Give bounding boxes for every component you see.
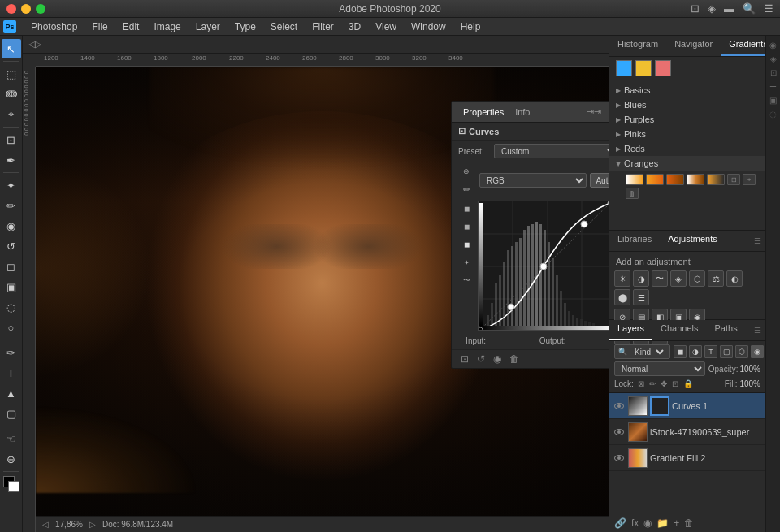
- filter-adj-icon[interactable]: ◑: [689, 345, 702, 358]
- tool-hand[interactable]: ☜: [2, 429, 21, 448]
- tab-info[interactable]: Info: [510, 106, 535, 119]
- side-icon-4[interactable]: ☰: [768, 80, 779, 92]
- tool-clone[interactable]: ◉: [2, 216, 21, 236]
- tool-move[interactable]: ↖: [2, 39, 21, 58]
- adj-brightness[interactable]: ☀: [614, 270, 630, 287]
- tool-history-brush[interactable]: ↺: [2, 236, 21, 256]
- swatch-new-icon[interactable]: +: [743, 174, 756, 185]
- menu-layer[interactable]: Layer: [189, 19, 227, 34]
- tool-pen[interactable]: ✑: [2, 343, 21, 362]
- gradient-group-oranges-header[interactable]: ▶ Oranges: [609, 156, 765, 171]
- curve-eyedropper-white[interactable]: ◼: [458, 236, 474, 253]
- status-prev[interactable]: ◁: [42, 520, 49, 529]
- filter-smart-icon[interactable]: ⬡: [735, 345, 748, 358]
- menu-3d[interactable]: 3D: [342, 19, 367, 34]
- tab-properties[interactable]: Properties: [458, 106, 509, 119]
- auto-button[interactable]: Auto: [590, 173, 609, 188]
- lock-all-icon[interactable]: 🔒: [682, 378, 695, 389]
- curve-tool-pencil[interactable]: ✏: [458, 181, 474, 197]
- layer-search[interactable]: 🔍 Kind: [614, 344, 670, 359]
- search-icon[interactable]: 🔍: [743, 2, 756, 15]
- fill-value[interactable]: 100%: [739, 379, 760, 388]
- swatch-delete-icon[interactable]: 🗑: [626, 188, 639, 199]
- side-icon-5[interactable]: ▣: [768, 94, 779, 106]
- menu-view[interactable]: View: [369, 19, 403, 34]
- tool-crop[interactable]: ⊡: [2, 130, 21, 149]
- layer-vis-gradient[interactable]: [613, 452, 626, 465]
- lock-position-icon[interactable]: ✥: [659, 378, 669, 389]
- curve-point-dark[interactable]: [508, 304, 514, 310]
- tab-navigator[interactable]: Navigator: [666, 36, 721, 56]
- menu-file[interactable]: File: [85, 19, 114, 34]
- curves-graph[interactable]: [478, 201, 609, 331]
- preset-select[interactable]: Custom: [494, 144, 609, 158]
- menu-edit[interactable]: Edit: [116, 19, 146, 34]
- tab-gradients[interactable]: Gradients: [721, 36, 765, 56]
- tab-layers[interactable]: Layers: [609, 320, 652, 340]
- tool-healing[interactable]: ✦: [2, 175, 21, 195]
- tab-paths[interactable]: Paths: [707, 320, 746, 340]
- lock-artboard-icon[interactable]: ⊡: [670, 378, 680, 389]
- curves-btn-visibility[interactable]: ◉: [491, 352, 504, 366]
- tool-magic-wand[interactable]: ⌖: [2, 105, 21, 124]
- tool-brush[interactable]: ✏: [2, 196, 21, 215]
- tool-eyedropper[interactable]: ✒: [2, 150, 21, 170]
- foreground-color[interactable]: [2, 474, 21, 494]
- layers-link-icon[interactable]: 🔗: [614, 517, 626, 529]
- layers-folder-icon[interactable]: 📁: [656, 517, 669, 529]
- tool-shape[interactable]: ▢: [2, 404, 21, 423]
- side-icon-2[interactable]: ◈: [768, 53, 779, 64]
- adj-hue[interactable]: ⬡: [689, 270, 705, 287]
- curve-eyedropper-gray[interactable]: ◼: [458, 218, 474, 235]
- gradient-group-blues-header[interactable]: ▶ Blues: [609, 97, 765, 112]
- tool-zoom[interactable]: ⊕: [2, 449, 21, 469]
- curve-point-light[interactable]: [581, 221, 587, 227]
- layer-vis-photo[interactable]: [613, 426, 626, 439]
- side-icon-1[interactable]: ◉: [768, 39, 779, 50]
- tool-text[interactable]: T: [2, 363, 21, 383]
- orange-swatch-1[interactable]: [626, 174, 644, 185]
- tool-path-selection[interactable]: ▲: [2, 383, 21, 403]
- tab-adjustments[interactable]: Adjustments: [660, 231, 726, 251]
- menu-select[interactable]: Select: [264, 19, 304, 34]
- gradient-group-reds-header[interactable]: ▶ Reds: [609, 141, 765, 156]
- tab-libraries[interactable]: Libraries: [609, 231, 660, 251]
- blend-mode-select[interactable]: Normal: [614, 361, 705, 376]
- tool-marquee[interactable]: ⬚: [2, 64, 21, 84]
- layer-vis-curves1[interactable]: [613, 400, 626, 413]
- menu-window[interactable]: Window: [405, 19, 453, 34]
- curve-sample[interactable]: ✦: [458, 254, 474, 270]
- layers-delete-icon[interactable]: 🗑: [684, 517, 694, 529]
- layers-fx-icon[interactable]: fx: [631, 517, 639, 529]
- tool-gradient[interactable]: ▣: [2, 277, 21, 296]
- curves-btn-reset-channel[interactable]: ↺: [474, 352, 488, 366]
- adj-menu-icon[interactable]: ☰: [753, 236, 762, 246]
- gradient-group-basics-header[interactable]: ▶ Basics: [609, 83, 765, 97]
- tool-lasso[interactable]: ↈ: [2, 84, 21, 104]
- tool-dodge[interactable]: ○: [2, 318, 21, 337]
- tool-blur[interactable]: ◌: [2, 297, 21, 317]
- curve-smooth[interactable]: 〜: [458, 272, 474, 288]
- adj-photofilter[interactable]: ⬤: [614, 289, 630, 305]
- gradient-group-purples-header[interactable]: ▶ Purples: [609, 112, 765, 127]
- adj-colorbalance[interactable]: ⚖: [708, 270, 724, 287]
- opacity-value[interactable]: 100%: [739, 365, 760, 374]
- color-swatch-yellow[interactable]: [635, 60, 652, 76]
- swatch-view-icon[interactable]: ⊡: [727, 174, 740, 185]
- adj-curves[interactable]: 〜: [652, 270, 668, 287]
- close-button[interactable]: [6, 4, 16, 14]
- properties-expand-icon[interactable]: ⇥⇥: [587, 106, 601, 117]
- fullscreen-button[interactable]: [36, 4, 46, 14]
- orange-swatch-4[interactable]: [687, 174, 704, 185]
- panel-toggle-icon[interactable]: ◁▷: [26, 38, 44, 50]
- layer-row-gradient[interactable]: Gradient Fill 2: [609, 445, 765, 471]
- layer-row-photo[interactable]: iStock-471900639_super: [609, 419, 765, 445]
- lock-transparent-icon[interactable]: ⊠: [636, 378, 646, 389]
- filter-shape-icon[interactable]: ▢: [720, 345, 733, 358]
- layer-row-curves1[interactable]: Curves 1: [609, 393, 765, 419]
- side-icon-6[interactable]: ◌: [768, 108, 779, 119]
- layer-kind-select[interactable]: Kind: [630, 344, 666, 359]
- tool-eraser[interactable]: ◻: [2, 257, 21, 276]
- adj-vibrance[interactable]: ◈: [670, 270, 687, 287]
- filter-pixel-icon[interactable]: ◼: [674, 345, 687, 358]
